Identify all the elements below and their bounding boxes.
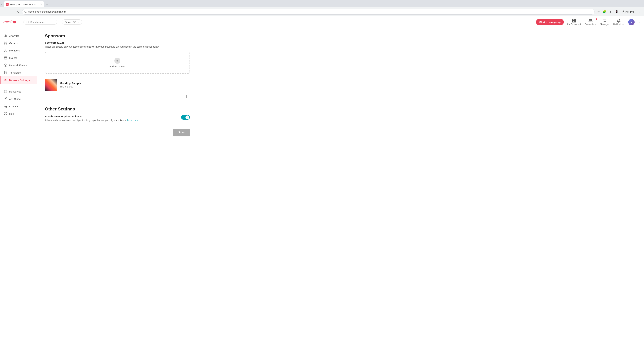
incognito-label: Incognito <box>626 10 634 13</box>
search-bar[interactable]: Search events <box>24 19 57 25</box>
sidebar-label-resources: Resources <box>9 90 21 93</box>
sidebar-item-api-guide[interactable]: API Guide <box>0 95 37 103</box>
svg-point-18 <box>5 49 6 50</box>
svg-line-5 <box>28 23 29 23</box>
menu-button[interactable]: ⋮ <box>636 9 642 14</box>
svg-point-4 <box>27 21 28 23</box>
pro-dashboard-label: Pro Dashboard <box>567 23 581 25</box>
tab-favicon: M <box>6 3 8 6</box>
setting-text: Enable member photo uploads Allow member… <box>45 115 178 122</box>
photo-upload-toggle[interactable] <box>181 115 190 120</box>
sidebar-item-network-settings[interactable]: Network Settings <box>0 76 37 84</box>
sidebar-label-contact: Contact <box>9 105 18 108</box>
new-tab-button[interactable]: + <box>45 2 50 7</box>
sidebar-label-network-events: Network Events <box>9 64 27 67</box>
sidebar-item-groups[interactable]: Groups <box>0 39 37 47</box>
svg-line-1 <box>26 12 26 13</box>
sidebar-label-api-guide: API Guide <box>9 97 21 100</box>
extensions-button[interactable]: 🧩 <box>602 9 607 14</box>
sidebar-item-templates[interactable]: Templates <box>0 69 37 76</box>
start-group-button[interactable]: Start a new group <box>536 19 564 25</box>
sponsors-count: Sponsors (1/15) <box>45 41 190 44</box>
bookmark-button[interactable]: ☆ <box>596 9 601 14</box>
app-header: meetup Search events Dover, DE Start a n… <box>0 16 644 28</box>
back-button[interactable]: ← <box>2 9 8 14</box>
forward-button[interactable]: → <box>9 9 14 14</box>
add-sponsor-icon: + <box>114 58 120 64</box>
device-button[interactable]: 📱 <box>614 9 619 14</box>
save-button[interactable]: Save <box>173 129 190 136</box>
photo-upload-setting-row: Enable member photo uploads Allow member… <box>45 115 190 122</box>
sidebar-item-members[interactable]: Members <box>0 47 37 54</box>
messages-label: Messages <box>600 23 609 25</box>
sidebar-label-groups: Groups <box>9 42 18 44</box>
sidebar-item-events[interactable]: Events <box>0 54 37 61</box>
svg-point-10 <box>589 19 591 21</box>
setting-desc: Allow members to upload event photos to … <box>45 118 178 122</box>
toggle-slider <box>181 115 190 120</box>
location-text: Dover, DE <box>65 21 76 23</box>
pro-dashboard-nav[interactable]: Pro Dashboard <box>567 19 581 25</box>
svg-point-27 <box>5 80 6 80</box>
reload-button[interactable]: ↻ <box>16 9 21 14</box>
setting-label: Enable member photo uploads <box>45 115 178 118</box>
sidebar: Analytics Groups Members Events Network … <box>0 28 37 362</box>
sponsor-image-inner <box>45 79 57 91</box>
main-content: Sponsors Sponsors (1/15) These will appe… <box>37 28 198 362</box>
sponsor-item: Moodjoy Sample This is a etc.. <box>45 77 190 93</box>
svg-rect-28 <box>4 90 7 93</box>
save-area: Save <box>45 129 190 136</box>
sidebar-label-members: Members <box>9 49 20 52</box>
tab-switcher[interactable]: ▾ <box>1 3 2 6</box>
active-tab[interactable]: M Meetup Pro | Network Profile S... ✕ <box>4 1 44 7</box>
browser-chrome: ▾ M Meetup Pro | Network Profile S... ✕ … <box>0 0 644 16</box>
browser-tabs: ▾ M Meetup Pro | Network Profile S... ✕ … <box>0 0 644 7</box>
sidebar-item-network-events[interactable]: Network Events <box>0 61 37 69</box>
sidebar-item-help[interactable]: Help <box>0 110 37 117</box>
svg-text:meetup: meetup <box>3 19 16 24</box>
svg-rect-9 <box>574 21 576 22</box>
tab-close-button[interactable]: ✕ <box>40 3 42 6</box>
incognito-badge: Incognito <box>620 9 636 14</box>
notifications-nav[interactable]: Notifications <box>613 19 624 25</box>
svg-rect-15 <box>6 42 7 43</box>
sidebar-label-network-settings: Network Settings <box>9 79 30 81</box>
header-nav: Pro Dashboard Connections Messages Notif… <box>567 19 641 25</box>
app-body: Analytics Groups Members Events Network … <box>0 28 644 362</box>
svg-rect-7 <box>574 19 576 20</box>
svg-rect-17 <box>6 43 7 44</box>
add-sponsor-box[interactable]: + add a sponsor <box>45 52 190 73</box>
sponsors-desc: These will appear on your network profil… <box>45 45 190 49</box>
download-button[interactable]: ⬇ <box>608 9 613 14</box>
browser-actions: ☆ 🧩 ⬇ 📱 Incognito ⋮ <box>596 9 642 14</box>
meetup-logo[interactable]: meetup <box>3 18 20 26</box>
sidebar-label-analytics: Analytics <box>9 34 19 37</box>
svg-rect-14 <box>4 42 5 43</box>
sidebar-item-contact[interactable]: Contact <box>0 103 37 110</box>
cursor-area <box>45 93 190 100</box>
browser-toolbar: ← → ↻ meetup.com/pro/moodjoy/admin/edit … <box>0 7 644 16</box>
sidebar-item-resources[interactable]: Resources <box>0 88 37 95</box>
sidebar-label-events: Events <box>9 56 17 59</box>
sidebar-item-analytics[interactable]: Analytics <box>0 32 37 39</box>
address-bar[interactable]: meetup.com/pro/moodjoy/admin/edit <box>22 9 594 14</box>
sponsor-info: Moodjoy Sample This is a etc.. <box>60 82 81 88</box>
user-avatar[interactable]: M <box>628 19 634 25</box>
svg-rect-16 <box>4 43 5 44</box>
learn-more-link[interactable]: Learn more <box>127 119 139 121</box>
messages-nav[interactable]: Messages <box>600 19 609 25</box>
other-settings-title: Other Settings <box>45 106 190 112</box>
tab-title: Meetup Pro | Network Profile S... <box>10 3 39 6</box>
sponsors-title: Sponsors <box>45 33 190 38</box>
sidebar-label-help: Help <box>9 112 14 115</box>
sponsor-image <box>45 79 57 91</box>
search-placeholder: Search events <box>30 21 46 23</box>
text-cursor <box>186 95 186 98</box>
connections-nav[interactable]: Connections <box>585 19 596 25</box>
notifications-label: Notifications <box>613 23 624 25</box>
avatar-chevron[interactable] <box>639 21 641 23</box>
url-display: meetup.com/pro/moodjoy/admin/edit <box>28 10 66 13</box>
svg-point-2 <box>623 10 624 11</box>
svg-point-0 <box>25 11 26 12</box>
location-chip[interactable]: Dover, DE <box>62 19 82 25</box>
